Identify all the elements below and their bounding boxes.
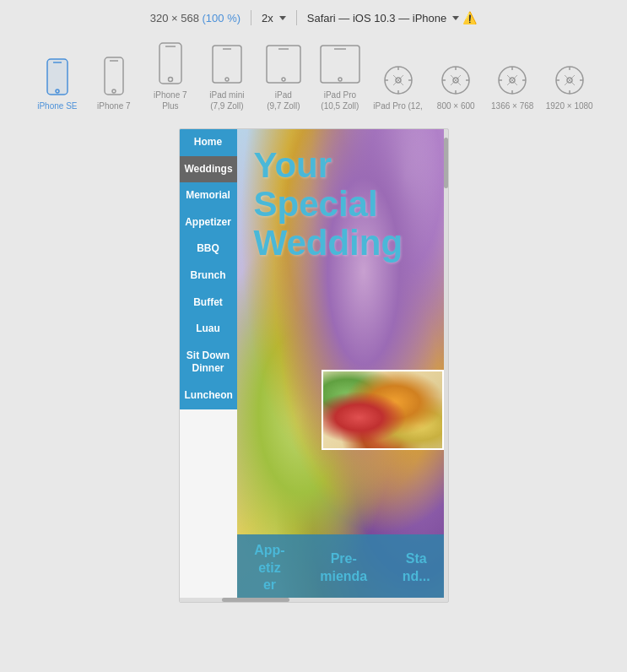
ipad-97-icon	[265, 44, 302, 84]
svg-point-16	[338, 78, 342, 81]
compass-1366-icon	[497, 65, 527, 95]
device-iphone-7-plus[interactable]: iPhone 7Plus	[147, 42, 193, 111]
food-thumbnail	[322, 370, 444, 450]
scrollbar-horizontal[interactable]	[180, 598, 448, 602]
ipad-mini-label: iPad mini(7,9 Zoll)	[209, 89, 244, 111]
bottom-label-3: Stand...	[403, 550, 430, 586]
nav-memorial[interactable]: Memorial	[180, 182, 237, 209]
divider-1	[251, 10, 251, 25]
device-1366x768[interactable]: 1366 × 768	[489, 65, 536, 111]
site-navigation: Home Weddings Memorial Appetizer BBQ Bru…	[180, 129, 237, 602]
1366x768-label: 1366 × 768	[491, 100, 533, 111]
bottom-label-1: App-etizer	[254, 542, 284, 594]
device-ipad-mini[interactable]: iPad mini(7,9 Zoll)	[203, 44, 250, 111]
chevron-down-icon	[452, 16, 459, 20]
ipad-97-label: iPad(9,7 Zoll)	[267, 89, 300, 111]
800x600-label: 800 × 600	[437, 100, 475, 111]
compass-800-icon	[441, 65, 471, 95]
site-heading: Your Special Wedding	[254, 146, 440, 263]
iphone-7-label: iPhone 7	[97, 100, 130, 111]
device-1920x1080[interactable]: 1920 × 1080	[546, 65, 593, 111]
bottom-text-bar: App-etizer Pre-mienda Stand...	[237, 534, 448, 602]
nav-weddings[interactable]: Weddings	[180, 156, 237, 183]
browser-frame: Home Weddings Memorial Appetizer BBQ Bru…	[179, 128, 449, 603]
site-content: Home Weddings Memorial Appetizer BBQ Bru…	[180, 129, 448, 602]
iphone-7-plus-icon	[158, 42, 183, 84]
device-800x600[interactable]: 800 × 600	[433, 65, 479, 111]
site-main-content: Your Special Wedding App-etizer Pre-mien…	[237, 129, 448, 602]
warning-icon: ⚠️	[462, 11, 477, 24]
ipad-pro-105-icon	[319, 44, 361, 84]
svg-point-5	[112, 89, 116, 93]
nav-home[interactable]: Home	[180, 129, 237, 156]
device-ipad-pro-12[interactable]: iPad Pro (12,	[373, 65, 422, 111]
scrollbar-thumb-vertical	[444, 138, 448, 188]
svg-point-13	[282, 78, 285, 81]
device-ipad-97[interactable]: iPad(9,7 Zoll)	[260, 44, 306, 111]
1920x1080-label: 1920 × 1080	[546, 100, 593, 111]
compass-ipad-pro-12-icon	[383, 65, 413, 95]
device-iphone-7[interactable]: iPhone 7	[90, 57, 137, 111]
zoom-percent: (100 %)	[203, 12, 241, 24]
iphone-7-plus-label: iPhone 7Plus	[154, 89, 186, 111]
bottom-label-2: Pre-mienda	[320, 550, 367, 586]
browser-selector[interactable]: Safari — iOS 10.3 — iPhone ⚠️	[307, 11, 477, 24]
ipad-pro-105-label: iPad Pro(10,5 Zoll)	[321, 89, 359, 111]
dimensions-display: 320 × 568 (100 %)	[150, 12, 241, 24]
nav-buffet[interactable]: Buffet	[180, 290, 237, 317]
nav-brunch[interactable]: Brunch	[180, 263, 237, 290]
dimensions-text: 320 × 568	[150, 12, 199, 24]
device-iphone-se[interactable]: iPhone SE	[34, 58, 80, 111]
nav-luncheon[interactable]: Luncheon	[180, 382, 237, 409]
iphone-se-label: iPhone SE	[37, 100, 77, 111]
scrollbar-thumb-horizontal	[222, 598, 289, 602]
nav-bbq[interactable]: BBQ	[180, 236, 237, 263]
iphone-se-icon	[46, 58, 69, 95]
ipad-pro-12-label: iPad Pro (12,	[373, 100, 422, 111]
svg-point-10	[225, 78, 229, 81]
iphone-7-icon	[103, 57, 125, 95]
compass-1920-icon	[554, 65, 585, 95]
nav-appetizer[interactable]: Appetizer	[180, 209, 237, 236]
ipad-mini-icon	[211, 44, 243, 84]
nav-sitdown[interactable]: Sit Down Dinner	[180, 343, 237, 382]
svg-point-2	[56, 89, 59, 93]
nav-luau[interactable]: Luau	[180, 316, 237, 343]
browser-label: Safari — iOS 10.3 — iPhone	[307, 12, 446, 24]
zoom-selector[interactable]: 2x	[262, 12, 286, 24]
scrollbar-vertical[interactable]	[444, 129, 448, 602]
toolbar: 320 × 568 (100 %) 2x Safari — iOS 10.3 —…	[0, 0, 627, 35]
devices-row: iPhone SE iPhone 7 iPhone 7Plus	[0, 35, 627, 120]
divider-2	[296, 10, 297, 25]
svg-point-8	[168, 78, 172, 82]
device-ipad-pro-105[interactable]: iPad Pro(10,5 Zoll)	[316, 44, 363, 111]
zoom-value: 2x	[262, 12, 273, 24]
preview-area: Home Weddings Memorial Appetizer BBQ Bru…	[0, 120, 627, 611]
chevron-down-icon	[279, 16, 286, 20]
